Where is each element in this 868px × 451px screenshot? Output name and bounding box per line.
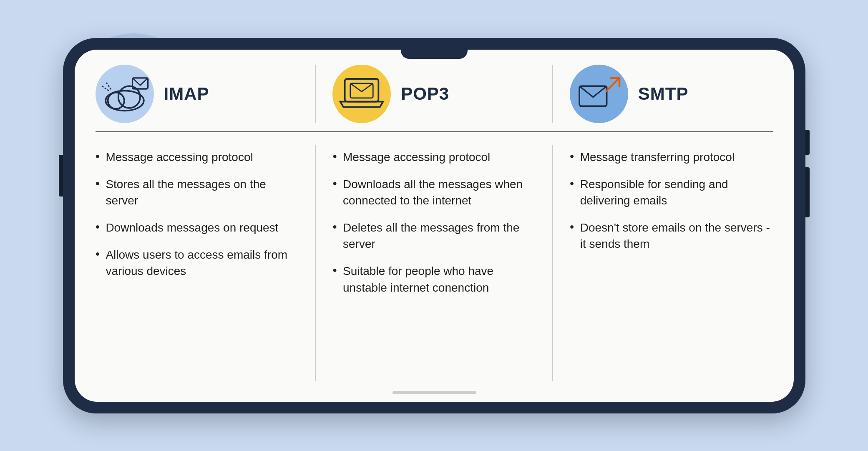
smtp-feature-1: Message transferring protocol	[570, 149, 773, 165]
svg-line-5	[106, 82, 111, 89]
pop3-feature-2: Downloads all the messages when connecte…	[332, 176, 536, 209]
pop3-feature-3: Deletes all the messages from the server	[332, 219, 536, 252]
svg-point-1	[108, 92, 124, 108]
imap-feature-1: Message accessing protocol	[96, 149, 299, 165]
smtp-col-body: Message transferring protocol Responsibl…	[553, 145, 773, 381]
svg-line-10	[606, 78, 619, 91]
screen-content: IMAP	[96, 65, 773, 381]
header-row: IMAP	[96, 65, 773, 132]
bottom-bar	[392, 391, 476, 394]
side-button-left	[59, 155, 63, 197]
pop3-feature-1: Message accessing protocol	[332, 149, 536, 165]
imap-feature-list: Message accessing protocol Stores all th…	[96, 149, 299, 280]
pop3-icon-circle	[332, 65, 391, 123]
side-button-right-bottom	[805, 167, 810, 217]
pop3-col-header: POP3	[316, 65, 553, 123]
imap-icon-circle	[96, 65, 154, 123]
pop3-col-body: Message accessing protocol Downloads all…	[316, 145, 553, 381]
pop3-header: POP3	[332, 65, 536, 123]
side-button-right-top	[805, 130, 810, 155]
smtp-header: SMTP	[570, 65, 773, 123]
pop3-feature-list: Message accessing protocol Downloads all…	[332, 149, 536, 296]
pop3-title: POP3	[401, 84, 449, 104]
smtp-icon-circle	[570, 65, 628, 123]
imap-header: IMAP	[96, 65, 299, 123]
imap-feature-3: Downloads messages on request	[96, 219, 299, 236]
smtp-feature-2: Responsible for sending and delivering e…	[570, 176, 773, 209]
phone-wrapper: IMAP	[63, 38, 805, 413]
imap-feature-4: Allows users to access emails from vario…	[96, 247, 299, 279]
smtp-feature-list: Message transferring protocol Responsibl…	[570, 149, 773, 252]
laptop-email-icon	[337, 73, 387, 115]
smtp-col-header: SMTP	[553, 65, 773, 123]
svg-line-4	[102, 86, 108, 91]
pop3-feature-4: Suitable for people who have unstable in…	[332, 263, 536, 295]
phone-screen: IMAP	[75, 50, 794, 402]
imap-title: IMAP	[164, 84, 209, 104]
email-arrow-icon	[574, 73, 624, 115]
imap-feature-2: Stores all the messages on the server	[96, 176, 299, 209]
smtp-title: SMTP	[638, 84, 689, 104]
body-row: Message accessing protocol Stores all th…	[96, 136, 773, 381]
imap-col-body: Message accessing protocol Stores all th…	[96, 145, 316, 381]
cloud-email-icon	[100, 73, 150, 115]
smtp-feature-3: Doesn't store emails on the servers - it…	[570, 219, 773, 252]
phone-body: IMAP	[63, 38, 805, 413]
notch	[401, 50, 468, 59]
imap-col-header: IMAP	[96, 65, 316, 123]
